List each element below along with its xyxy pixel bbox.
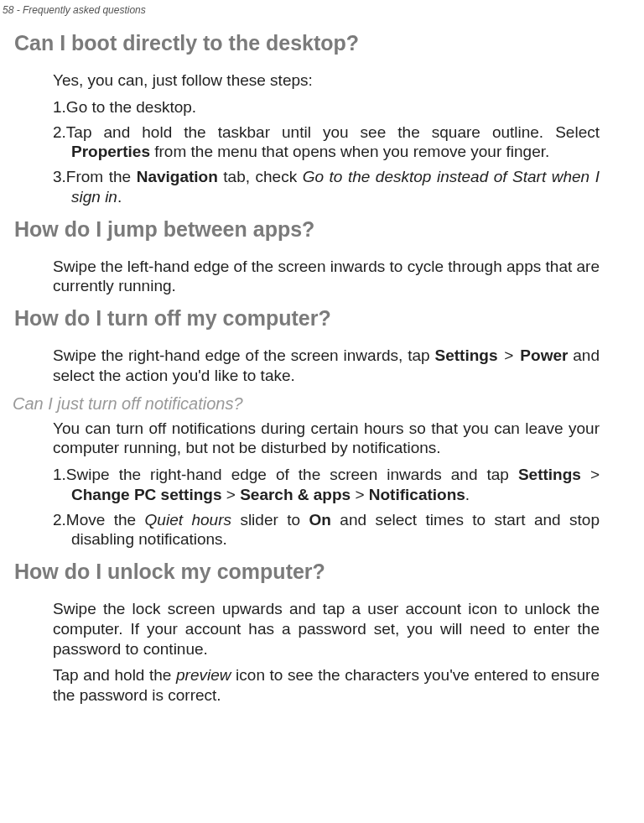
step-number: 1.	[53, 466, 66, 483]
intro-text: Yes, you can, just follow these steps:	[53, 70, 600, 91]
bold-text: Change PC settings	[71, 486, 221, 503]
text: Tap and hold the	[53, 666, 176, 684]
step-item: 2.Move the Quiet hours slider to On and …	[53, 510, 600, 550]
body-text: You can turn off notifications during ce…	[53, 419, 600, 459]
separator: >	[499, 346, 518, 364]
italic-text: preview	[176, 666, 231, 684]
step-text: Go to the desktop.	[66, 98, 196, 116]
bold-text: Properties	[71, 143, 150, 160]
step-text: .	[117, 188, 122, 206]
step-number: 2.	[53, 511, 66, 529]
step-text: from the menu that opens when you remove…	[150, 143, 549, 160]
bold-text: Search & apps	[240, 486, 351, 503]
body-text: Swipe the right-hand edge of the screen …	[53, 346, 600, 386]
heading-unlock: How do I unlock my computer?	[14, 560, 640, 584]
bold-text: On	[309, 511, 331, 529]
bold-text: Navigation	[137, 168, 218, 185]
step-text: Move the	[66, 511, 145, 529]
step-item: 1.Swipe the right-hand edge of the scree…	[53, 465, 600, 505]
separator: >	[221, 486, 240, 503]
bold-text: Power	[520, 346, 568, 364]
body-text: Tap and hold the preview icon to see the…	[53, 665, 600, 706]
step-text: tab, check	[218, 168, 303, 185]
step-text: slider to	[231, 511, 309, 529]
italic-text: Quiet hours	[145, 511, 231, 529]
step-number: 3.	[53, 168, 66, 185]
step-number: 2.	[53, 123, 66, 141]
step-text: Tap and hold the taskbar until you see t…	[66, 123, 600, 141]
step-number: 1.	[53, 98, 66, 116]
step-text: .	[465, 486, 470, 503]
heading-jump-apps: How do I jump between apps?	[14, 217, 640, 242]
heading-boot-desktop: Can I boot directly to the desktop?	[14, 31, 640, 55]
step-text: From the	[66, 168, 137, 185]
step-item: 1.Go to the desktop.	[53, 97, 600, 117]
text: Swipe the right-hand edge of the screen …	[53, 346, 435, 364]
bold-text: Notifications	[369, 486, 465, 503]
page-header: 58 - Frequently asked questions	[3, 4, 640, 16]
bold-text: Settings	[518, 466, 581, 483]
body-text: Swipe the lock screen upwards and tap a …	[53, 599, 600, 659]
heading-turn-off: How do I turn off my computer?	[14, 306, 640, 331]
bold-text: Settings	[435, 346, 498, 364]
subheading-notifications: Can I just turn off notifications?	[13, 394, 640, 414]
step-text: Swipe the right-hand edge of the screen …	[66, 466, 518, 483]
body-text: Swipe the left-hand edge of the screen i…	[53, 257, 600, 297]
step-item: 3.From the Navigation tab, check Go to t…	[53, 167, 600, 207]
step-item: 2.Tap and hold the taskbar until you see…	[53, 122, 600, 163]
separator: >	[351, 486, 369, 503]
separator: >	[581, 466, 600, 483]
